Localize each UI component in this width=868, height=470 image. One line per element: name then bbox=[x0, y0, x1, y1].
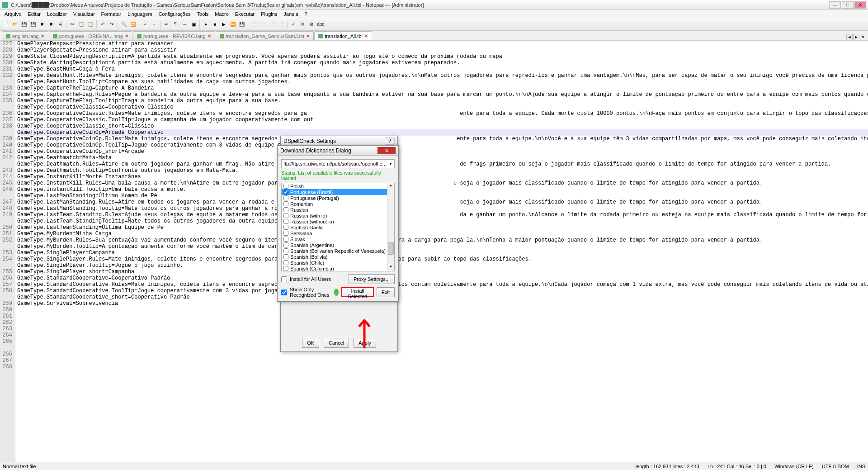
code-line[interactable]: GameType.CooperativeClassic=Cooperativo … bbox=[17, 104, 868, 110]
code-line[interactable]: GameState.ClosedPlayingDescription=A par… bbox=[17, 53, 868, 60]
menu-arquivo[interactable]: Arquivo bbox=[2, 11, 24, 17]
code-line[interactable]: GameType.BeastHunt=Caça à Fera bbox=[17, 66, 868, 72]
save-macro-icon[interactable]: 💾 bbox=[238, 20, 246, 28]
paste-icon[interactable]: 📋 bbox=[86, 20, 94, 28]
code-line[interactable]: GameType.StandardCooperative=Cooperativo… bbox=[17, 275, 868, 281]
zoom-out-icon[interactable]: − bbox=[150, 20, 158, 28]
tab-close-icon[interactable]: ✕ bbox=[41, 33, 44, 38]
code-line[interactable]: GameType.CooperativeClassic.Rules=Mate i… bbox=[17, 110, 868, 117]
save-all-icon[interactable]: 💾 bbox=[29, 20, 37, 28]
language-item-setswana[interactable]: Setswana bbox=[282, 230, 394, 236]
close-button[interactable]: ✕ bbox=[854, 1, 866, 9]
code-line[interactable]: GameState.WaitingDescription=A partida e… bbox=[17, 60, 868, 66]
exit-button[interactable]: Exit bbox=[377, 287, 395, 297]
menu-janela[interactable]: Janela bbox=[281, 11, 301, 17]
language-item-spanish-colombia-[interactable]: Spanish (Colombia) bbox=[282, 266, 394, 271]
download-url-combo[interactable]: ftp://ftp.snt.utwente.nl/pub/software/op… bbox=[281, 159, 395, 168]
indent-icon[interactable]: ⇥ bbox=[180, 20, 189, 28]
compare-icon[interactable]: ⬚ bbox=[250, 20, 258, 28]
play-macro-icon[interactable]: ▶ bbox=[220, 20, 228, 28]
menu-macro[interactable]: Macro bbox=[212, 11, 231, 17]
show-recognized-checkbox[interactable] bbox=[281, 290, 287, 295]
dspell-ok-button[interactable]: OK bbox=[302, 338, 319, 348]
dspellcheck-titlebar[interactable]: DSpellCheck Settings ? bbox=[281, 136, 397, 146]
scroll-down-icon[interactable]: ▼ bbox=[387, 265, 394, 271]
refresh-icon[interactable] bbox=[334, 289, 339, 296]
code-line[interactable]: GameType.CooperativeClassic.ToolTip=Jogu… bbox=[17, 117, 868, 123]
tab-portuguese - REVISÃO.lang[interactable]: portuguese - REVISÃO.lang✕ bbox=[133, 31, 215, 40]
dspell-cancel-button[interactable]: Cancel bbox=[324, 338, 349, 348]
code-line[interactable]: GameType.Deathmatch.Rules=Atire em outro… bbox=[17, 161, 868, 167]
showall-icon[interactable]: ¶ bbox=[171, 20, 179, 28]
language-item-spanish-bolivia-[interactable]: Spanish (Bolivia) bbox=[282, 254, 394, 260]
editor[interactable]: 2272282292302312322332342352362372382392… bbox=[0, 41, 868, 462]
tab-translation_Game_SeriousSam3.txt[interactable]: translation_Game_SeriousSam3.txt✕ bbox=[216, 31, 314, 40]
language-item-spanish-argentina-[interactable]: Spanish (Argentina) bbox=[282, 242, 394, 248]
new-file-icon[interactable]: 📄 bbox=[2, 20, 10, 28]
language-item-russian[interactable]: Russian bbox=[282, 207, 394, 213]
language-item-russian-with-io-[interactable]: Russian (with io) bbox=[282, 213, 394, 218]
tab-close-icon[interactable]: ✕ bbox=[306, 33, 310, 38]
compare3-icon[interactable]: ⬚ bbox=[268, 20, 276, 28]
code-line[interactable]: GameType.CaptureTheFlag=Capture A Bandei… bbox=[17, 85, 868, 91]
language-checkbox[interactable] bbox=[283, 225, 288, 230]
code-line[interactable]: GameType.Survival=Sobrevivência bbox=[17, 300, 868, 307]
language-checkbox[interactable] bbox=[283, 213, 288, 218]
cut-icon[interactable]: ✂ bbox=[68, 20, 76, 28]
language-checkbox[interactable] bbox=[283, 219, 288, 224]
code-line[interactable]: GameType.StandardCooperative.Rules=Mate … bbox=[17, 281, 868, 288]
code-line[interactable]: GameType.CooperativeCoinOp_short=Arcade bbox=[17, 148, 868, 155]
code-line[interactable]: GameType.CooperativeCoinOp.Rules=Mate in… bbox=[17, 136, 868, 142]
language-item-spanish-chile-[interactable]: Spanish (Chile) bbox=[282, 260, 394, 266]
code-line[interactable]: GameType.Deathmatch=Mata-Mata bbox=[17, 155, 868, 161]
proxy-settings-button[interactable]: Proxy Settings... bbox=[349, 274, 395, 284]
download-dictionaries-dialog[interactable]: Download Dictionaries Dialog ✕ ftp://ftp… bbox=[277, 145, 399, 302]
language-checkbox[interactable] bbox=[283, 237, 288, 242]
language-item-spanish-bolivarian-republic-of-venezuela-[interactable]: Spanish (Bolivarian Republic of Venezuel… bbox=[282, 248, 394, 254]
code-line[interactable]: GameType.InstantKill.Rules=Uma bala caus… bbox=[17, 180, 868, 186]
code-line[interactable]: GameType.SinglePlayer=Campanha bbox=[17, 250, 868, 256]
code-line[interactable]: GameType.LastTeam.Standing.Rules=Ajude s… bbox=[17, 212, 868, 218]
tab-close-icon[interactable]: ✕ bbox=[364, 33, 368, 38]
dspell-apply-button[interactable]: Apply bbox=[354, 338, 376, 348]
tab-translation_All.tbl[interactable]: translation_All.tbl✕ bbox=[314, 31, 372, 40]
language-checkbox[interactable] bbox=[283, 242, 288, 247]
replace-icon[interactable]: 🔁 bbox=[129, 20, 137, 28]
zoom-in-icon[interactable]: + bbox=[141, 20, 149, 28]
code-line[interactable]: GameType.StandardCooperative_short=Coope… bbox=[17, 294, 868, 300]
code-line[interactable]: GameType.CaptureTheFlag.Rules=Pegue a ba… bbox=[17, 91, 868, 98]
code-line[interactable]: GameType.InstantKill=Morte Instantânea bbox=[17, 174, 868, 180]
code-line[interactable]: GameType.LastTeamStanding=Última Equipe … bbox=[17, 224, 868, 231]
close-file-icon[interactable]: ✖ bbox=[38, 20, 46, 28]
language-item-romanian[interactable]: Romanian bbox=[282, 201, 394, 207]
language-item-slovak[interactable]: Slovak bbox=[282, 236, 394, 242]
stop-macro-icon[interactable]: ■ bbox=[211, 20, 219, 28]
code-line[interactable]: GameType.MyBurden=Minha Carga bbox=[17, 231, 868, 237]
code-line[interactable]: GameType.CaptureTheFlag.Tooltip=Traga a … bbox=[17, 98, 868, 104]
code-line[interactable]: GameType.LastTeam.StandingTooltip=Mate t… bbox=[17, 218, 868, 224]
fold-icon[interactable]: ▣ bbox=[189, 20, 198, 28]
compare2-icon[interactable]: ⬚ bbox=[259, 20, 267, 28]
code-line[interactable]: GameType.SinglePlayer.ToolTip=Jogue o jo… bbox=[17, 262, 868, 269]
dspellcheck-help-button[interactable]: ? bbox=[385, 138, 395, 145]
code-line[interactable]: GameType.LastManStanding=Último Homem de… bbox=[17, 193, 868, 199]
tab-close-icon[interactable]: ✕ bbox=[208, 33, 211, 38]
menu-editar[interactable]: Editar bbox=[25, 11, 43, 17]
tab-nav-left[interactable]: ◄ bbox=[846, 34, 853, 40]
menu-plugins[interactable]: Plugins bbox=[258, 11, 280, 17]
menu-formatar[interactable]: Formatar bbox=[99, 11, 124, 17]
close-all-icon[interactable]: ✖ bbox=[47, 20, 55, 28]
menu-tools[interactable]: Tools bbox=[194, 11, 212, 17]
tab-close-icon[interactable]: ✕ bbox=[125, 33, 128, 38]
download-dialog-close-button[interactable]: ✕ bbox=[377, 147, 396, 154]
language-item-portuguese-portugal-[interactable]: Portuguese (Portugal) bbox=[282, 195, 394, 201]
menu-visualizar[interactable]: Visualizar bbox=[71, 11, 98, 17]
print-icon[interactable]: 🖨 bbox=[56, 20, 64, 28]
spellcheck-icon[interactable]: abc bbox=[316, 20, 325, 28]
language-checkbox[interactable] bbox=[283, 207, 288, 212]
code-line[interactable]: GameType.BeastHunt.Rules=Mate inimigos, … bbox=[17, 72, 868, 79]
find-icon[interactable]: 🔍 bbox=[120, 20, 128, 28]
code-line[interactable]: GamePlayerSpectate=Pressione atirar para… bbox=[17, 47, 868, 53]
code-line[interactable]: GameType.LastManStanding.Tooltip=Mate to… bbox=[17, 205, 868, 212]
save-icon[interactable]: 💾 bbox=[20, 20, 28, 28]
